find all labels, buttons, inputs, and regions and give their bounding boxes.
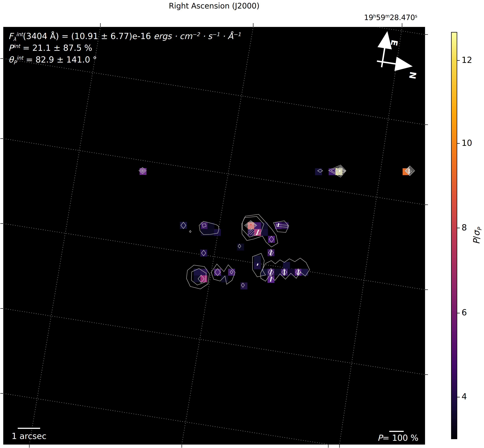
colorbar-tick-label: 10 [462, 138, 472, 148]
data-pixel [288, 269, 295, 276]
polarization-scalebar [389, 431, 404, 432]
annotation-block: Fλint(3404 Å) = (10.91 ± 6.77)e-16 ergs … [8, 30, 241, 66]
axis-title-right-ascension: Right Ascension (J2000) [0, 1, 428, 10]
figure: Right Ascension (J2000) 19h59m28.470s Fλ… [0, 0, 484, 448]
data-pixel [228, 269, 235, 276]
data-pixel [254, 262, 261, 269]
annotation-polarization: Pint = 21.1 ± 87.5 % [8, 42, 241, 54]
data-pixel [261, 269, 268, 276]
colorbar-tick-mark [457, 228, 460, 228]
data-pixel [237, 244, 244, 250]
colorbar-tick-mark [457, 397, 460, 397]
data-pixel [207, 229, 214, 236]
colorbar [451, 32, 457, 439]
data-pixel [214, 229, 221, 236]
data-pixel [301, 269, 308, 276]
data-pixel [254, 256, 261, 262]
polarization-scale-label: P= 100 % [369, 433, 427, 443]
colorbar-tick-label: 8 [462, 223, 467, 232]
data-pixel [283, 262, 290, 269]
ra-tick-label: 19h59m28.470s [354, 13, 427, 22]
arcsec-scalebar [18, 428, 40, 429]
scalebar-label: 1 arcsec [12, 431, 47, 441]
colorbar-tick-label: 4 [462, 392, 467, 401]
annotation-angle: θPint = 82.9 ± 141.0 ° [8, 54, 241, 66]
annotation-flux: Fλint(3404 Å) = (10.91 ± 6.77)e-16 ergs … [8, 30, 241, 42]
colorbar-tick-label: 12 [462, 55, 472, 65]
colorbar-tick-mark [457, 143, 460, 144]
colorbar-tick-mark [457, 313, 460, 313]
data-pixel [194, 275, 201, 282]
colorbar-tick-mark [457, 60, 460, 61]
data-pixel [261, 229, 268, 236]
data-pixel [194, 269, 201, 276]
data-pixel [207, 223, 214, 229]
polarization-map-canvas [0, 0, 484, 448]
data-pixel [200, 275, 207, 282]
polarization-vector [284, 270, 285, 275]
colorbar-axis-label: P/σP [471, 227, 482, 244]
compass-north-label: N [407, 71, 418, 80]
data-pixel [201, 229, 208, 236]
data-pixel [200, 269, 207, 276]
data-pixel [282, 222, 288, 229]
data-pixel [214, 269, 221, 276]
data-pixel [329, 168, 336, 175]
colorbar-tick-label: 6 [462, 308, 467, 317]
